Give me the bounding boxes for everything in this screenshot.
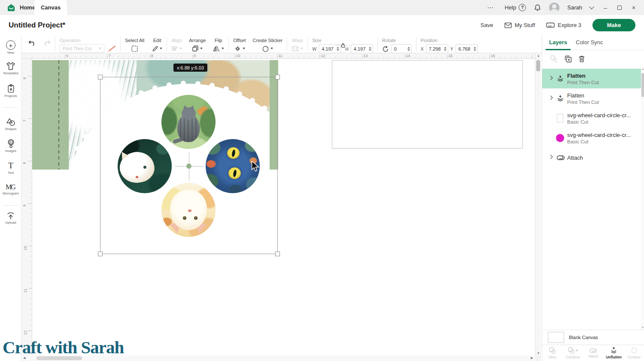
ruler-left: 6789101112: [21, 59, 32, 355]
flatten-icon: [556, 94, 564, 102]
linetype-swatch-icon[interactable]: [108, 45, 116, 52]
resize-handle-bottom-right[interactable]: [275, 252, 280, 256]
ruler-corner: [21, 53, 32, 59]
sticker-icon: [262, 45, 269, 52]
window-maximize-button[interactable]: [617, 6, 622, 10]
blank-canvas-row[interactable]: Blank Canvas: [542, 330, 644, 345]
align-button[interactable]: Align: [171, 35, 182, 53]
panel-scrollbar[interactable]: ▲ ▼: [641, 67, 644, 330]
create-sticker-button[interactable]: Create Sticker: [253, 35, 283, 53]
resize-handle-bottom-left[interactable]: [98, 252, 103, 256]
cricut-design-space-window: Home Canvas ⋯ Help ? Sarah – × Untitled …: [0, 0, 644, 361]
unflatten-button[interactable]: Unflatten: [604, 345, 624, 361]
explore-machine-button[interactable]: Explore 3: [546, 22, 581, 28]
position-y-input[interactable]: 6.768: [456, 44, 478, 53]
size-lock-icon[interactable]: [336, 42, 350, 48]
select-all-button[interactable]: Select All: [125, 35, 144, 53]
white-swatch: [557, 114, 563, 122]
resize-handle-top-left[interactable]: [98, 75, 103, 79]
rotate-icon[interactable]: [382, 46, 389, 52]
window-close-button[interactable]: ×: [629, 4, 638, 11]
panel-scroll-thumb[interactable]: [641, 73, 644, 97]
sidebar-item-new[interactable]: + New: [0, 40, 21, 55]
bell-icon[interactable]: [534, 4, 541, 12]
operation-label: Operation: [60, 38, 80, 43]
edit-button[interactable]: Edit: [152, 35, 162, 53]
user-name[interactable]: Sarah: [567, 4, 582, 11]
chevron-down-icon[interactable]: [589, 4, 594, 9]
resize-handle-top-right[interactable]: [275, 75, 280, 79]
undo-button[interactable]: [28, 39, 36, 46]
chevron-right-icon[interactable]: [549, 155, 553, 160]
arrange-icon: [192, 45, 199, 52]
rotate-input[interactable]: 0: [391, 44, 412, 53]
vertical-scroll-thumb[interactable]: [536, 60, 540, 71]
position-y-stepper[interactable]: [474, 47, 476, 51]
position-x-input[interactable]: 7.298: [426, 44, 448, 53]
project-title[interactable]: Untitled Project*: [9, 21, 65, 30]
save-button[interactable]: Save: [480, 22, 493, 28]
redo-button[interactable]: [43, 39, 51, 46]
trash-icon[interactable]: [578, 55, 585, 63]
offset-button[interactable]: Offset: [233, 35, 246, 53]
layer-row-svg-wheel-white[interactable]: svg-wheel-card-circle-cr...Basic Cut: [542, 108, 641, 128]
chevron-right-icon[interactable]: [549, 76, 553, 81]
tab-layers[interactable]: Layers: [549, 39, 567, 46]
offset-icon: [234, 45, 241, 52]
flip-button[interactable]: Flip: [213, 35, 224, 53]
card-rectangle-object[interactable]: [332, 60, 523, 149]
align-icon: [171, 45, 178, 52]
flip-icon: [213, 46, 220, 52]
layer-row-svg-wheel-magenta[interactable]: svg-wheel-card-circle-cr...Basic Cut: [542, 128, 641, 148]
sidebar-item-templates[interactable]: Templates: [0, 62, 21, 75]
attach-button[interactable]: Attach: [583, 345, 604, 361]
combine-button[interactable]: Combine: [563, 345, 583, 361]
height-input[interactable]: 4.197: [351, 44, 373, 53]
edit-toolbar: Operation Print Then Cut Select All Edit…: [21, 35, 542, 53]
plus-icon: +: [6, 40, 15, 50]
sidebar-item-upload[interactable]: Upload: [0, 212, 21, 224]
chevron-right-icon[interactable]: [549, 96, 553, 100]
layer-row-flatten-1[interactable]: FlattenPrint Then Cut: [542, 69, 641, 88]
blank-canvas-swatch[interactable]: [548, 332, 564, 343]
height-stepper[interactable]: [369, 47, 371, 51]
window-minimize-button[interactable]: –: [601, 4, 610, 11]
position-x-stepper[interactable]: [444, 47, 447, 51]
tab-color-sync[interactable]: Color Sync: [576, 39, 603, 46]
overflow-menu-icon[interactable]: ⋯: [487, 4, 495, 12]
operation-dropdown[interactable]: Print Then Cut: [60, 44, 104, 53]
select-all-icon: [131, 44, 138, 53]
slice-icon: [549, 347, 556, 354]
duplicate-icon[interactable]: [564, 55, 572, 63]
sidebar-item-shapes[interactable]: Shapes: [0, 118, 21, 131]
layer-row-flatten-2[interactable]: FlattenPrint Then Cut: [542, 88, 641, 108]
contour-button[interactable]: Contour: [624, 345, 644, 361]
rotate-label: Rotate: [382, 38, 396, 43]
vertical-scrollbar[interactable]: ▲ ▼: [535, 53, 541, 355]
warp-icon: [292, 46, 299, 52]
clipboard-icon: [7, 84, 15, 93]
layer-row-attach[interactable]: Attach: [542, 148, 641, 167]
tab-canvas[interactable]: Canvas: [34, 0, 67, 15]
magenta-swatch: [556, 134, 564, 142]
canvas-stage[interactable]: x:6.88 y:6.03: [32, 59, 535, 355]
rotate-stepper[interactable]: [407, 47, 410, 51]
position-y-label: Y: [450, 46, 453, 52]
sidebar-item-projects[interactable]: Projects: [0, 84, 21, 98]
search-layers-icon[interactable]: [550, 55, 558, 63]
canvas-area: 678910111213141516 6789101112: [21, 53, 542, 361]
sidebar-item-images[interactable]: Images: [0, 139, 21, 153]
slice-button[interactable]: Slice: [542, 345, 563, 361]
warp-button[interactable]: Warp: [292, 35, 303, 53]
flatten-icon: [556, 75, 564, 82]
arrange-button[interactable]: Arrange: [189, 35, 206, 53]
combine-icon: [568, 347, 575, 354]
avatar[interactable]: [549, 3, 559, 13]
tshirt-icon: [6, 62, 15, 70]
help-button[interactable]: Help ?: [505, 4, 526, 11]
sidebar-item-text[interactable]: T Text: [0, 161, 21, 175]
my-stuff-button[interactable]: My Stuff: [504, 22, 535, 28]
sidebar-item-monogram[interactable]: MG Monogram: [0, 183, 21, 195]
make-button[interactable]: Make: [592, 19, 635, 31]
mouse-cursor: [251, 161, 259, 172]
